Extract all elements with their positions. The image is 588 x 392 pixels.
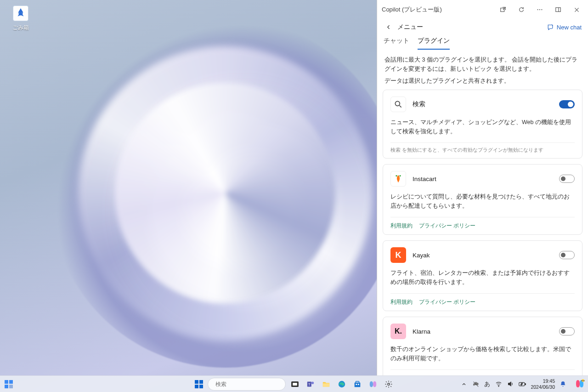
recycle-bin[interactable]: ごみ箱	[6, 4, 36, 32]
taskbar-search[interactable]	[208, 378, 286, 391]
new-chat-label: New chat	[557, 24, 582, 31]
svg-rect-34	[358, 384, 359, 385]
svg-point-3	[537, 9, 538, 10]
svg-rect-32	[356, 381, 359, 383]
svg-point-5	[541, 9, 542, 10]
taskbar: T あ 19:45 2024/06/30 PRE	[0, 375, 588, 392]
settings-icon[interactable]	[382, 378, 395, 391]
plugin-desc: フライト、宿泊、レンタカーの検索、または予算内で行けるおすすめの場所の取得を行い…	[390, 268, 575, 287]
plugins-scroll[interactable]: 会話用に最大 3 個のプラグインを選択します。 会話を開始した後にプラグインを変…	[377, 50, 588, 375]
plugin-toggle-search[interactable]	[559, 100, 575, 108]
system-tray: あ 19:45 2024/06/30	[460, 378, 585, 390]
plugin-name: 検索	[413, 100, 553, 108]
svg-point-10	[395, 101, 400, 106]
plugin-desc: 数千のオンライン ショップから価格を検索して比較します。米国でのみ利用可能です。	[390, 345, 575, 363]
svg-rect-2	[501, 8, 504, 12]
svg-text:PRE: PRE	[581, 380, 585, 382]
plugin-note: 検索 を無効にすると、すべての有効なプラグインが無効になります	[390, 142, 575, 153]
copilot-subheader: メニュー New chat	[377, 19, 588, 37]
plugin-card-search: 検索 ニュース、マルチメディア、ショッピングなど、Web の機能を使用して検索を…	[383, 90, 582, 159]
svg-rect-15	[9, 380, 13, 384]
svg-rect-16	[5, 385, 8, 388]
svg-point-28	[311, 381, 314, 384]
plugin-name: Instacart	[413, 176, 553, 182]
clock-time: 19:45	[531, 378, 555, 384]
dock-icon[interactable]	[551, 3, 565, 17]
instacart-icon	[390, 171, 406, 187]
teams-icon[interactable]: T	[304, 378, 317, 391]
clock-date: 2024/06/30	[531, 384, 555, 390]
plugins-intro2: データは選択したプラグインと共有されます。	[383, 76, 582, 90]
close-icon[interactable]	[570, 3, 583, 17]
battery-icon[interactable]	[519, 381, 526, 388]
new-chat-button[interactable]: New chat	[547, 23, 582, 31]
plugin-desc: レシピについて質問し、必要な材料を見つけたら、すべて地元のお店から配達してもらい…	[390, 192, 575, 210]
svg-rect-39	[525, 383, 526, 385]
ime-indicator[interactable]: あ	[484, 381, 490, 388]
svg-point-13	[399, 175, 401, 176]
desktop: ごみ箱 Copilot (プレビュー版) メニュー New chat チャット …	[0, 0, 588, 392]
svg-rect-20	[195, 385, 198, 388]
kayak-icon: K	[390, 247, 406, 263]
start-button[interactable]	[193, 378, 205, 390]
plugin-card-kayak: K Kayak フライト、宿泊、レンタカーの検索、または予算内で行けるおすすめの…	[383, 240, 582, 311]
terms-link[interactable]: 利用規約	[390, 222, 413, 230]
plugin-desc: ニュース、マルチメディア、ショッピングなど、Web の機能を使用して検索を強化し…	[390, 118, 575, 136]
copilot-desktop-button[interactable]: PRE	[573, 377, 586, 390]
plugins-intro1: 会話用に最大 3 個のプラグインを選択します。 会話を開始した後にプラグインを変…	[383, 54, 582, 76]
svg-rect-33	[356, 384, 357, 385]
recycle-bin-icon	[10, 4, 31, 23]
taskbar-search-input[interactable]	[215, 381, 284, 387]
onedrive-icon[interactable]	[472, 381, 480, 388]
open-external-icon[interactable]	[496, 3, 510, 17]
copilot-titlebar: Copilot (プレビュー版)	[377, 0, 588, 19]
recycle-bin-label: ごみ箱	[6, 24, 36, 32]
svg-rect-18	[195, 380, 198, 384]
volume-icon[interactable]	[507, 381, 514, 388]
svg-rect-25	[293, 382, 298, 386]
terms-link[interactable]: 利用規約	[390, 298, 413, 306]
plugin-toggle-kayak[interactable]	[559, 251, 575, 259]
widgets-button[interactable]	[3, 378, 15, 390]
svg-rect-14	[5, 380, 8, 384]
wifi-icon[interactable]	[495, 381, 502, 388]
plugin-name: Kayak	[413, 252, 553, 259]
svg-rect-29	[323, 383, 329, 386]
wallpaper-bloom	[51, 18, 400, 368]
edge-icon[interactable]	[335, 378, 348, 391]
clock[interactable]: 19:45 2024/06/30	[531, 378, 555, 390]
tab-chat[interactable]: チャット	[384, 37, 409, 50]
svg-point-4	[539, 9, 540, 10]
svg-point-35	[388, 383, 390, 385]
task-view-icon[interactable]	[288, 378, 301, 391]
svg-point-37	[498, 386, 499, 386]
back-button[interactable]	[384, 22, 394, 32]
menu-label: メニュー	[397, 23, 423, 31]
svg-line-11	[400, 106, 401, 108]
store-icon[interactable]	[351, 378, 364, 391]
privacy-link[interactable]: プライバシー ポリシー	[419, 222, 475, 230]
svg-rect-21	[199, 385, 203, 388]
privacy-link[interactable]: プライバシー ポリシー	[419, 298, 475, 306]
plugin-toggle-klarna[interactable]	[559, 327, 575, 335]
new-chat-icon	[547, 23, 554, 31]
tab-plugins[interactable]: プラグイン	[418, 37, 450, 50]
taskbar-center: T	[193, 378, 395, 391]
explorer-icon[interactable]	[320, 378, 333, 391]
plugin-card-klarna: K. Klarna 数千のオンライン ショップから価格を検索して比較します。米国…	[383, 317, 582, 375]
svg-rect-19	[199, 380, 203, 384]
copilot-tabs: チャット プラグイン	[377, 37, 588, 50]
svg-text:T: T	[308, 382, 311, 386]
refresh-icon[interactable]	[514, 3, 528, 17]
plugin-toggle-instacart[interactable]	[559, 175, 575, 183]
notifications-icon[interactable]	[560, 381, 567, 388]
svg-rect-17	[9, 385, 13, 388]
more-icon[interactable]	[533, 3, 547, 17]
svg-rect-6	[556, 8, 561, 12]
tray-overflow-icon[interactable]	[460, 381, 468, 388]
klarna-icon: K.	[390, 324, 406, 339]
plugin-card-instacart: Instacart レシピについて質問し、必要な材料を見つけたら、すべて地元のお…	[383, 164, 582, 235]
copilot-title: Copilot (プレビュー版)	[382, 6, 442, 14]
copilot-taskbar-icon[interactable]	[367, 378, 379, 391]
search-plugin-icon	[390, 97, 406, 112]
